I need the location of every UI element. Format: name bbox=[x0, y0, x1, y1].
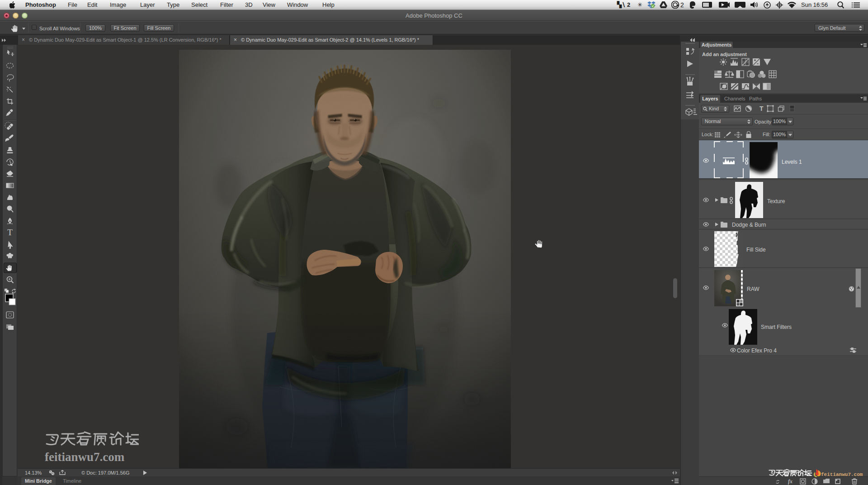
svg-text:T: T bbox=[7, 228, 13, 237]
svg-text:feitianwu7.com: feitianwu7.com bbox=[821, 472, 863, 477]
svg-text:feitianwu7.com: feitianwu7.com bbox=[45, 450, 125, 464]
svg-text:2: 2 bbox=[680, 1, 684, 9]
svg-text:T: T bbox=[760, 105, 764, 112]
